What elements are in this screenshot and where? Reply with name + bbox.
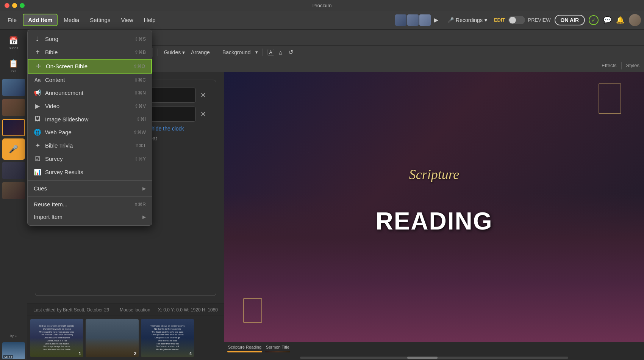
dd-item-cues[interactable]: Cues ▶: [28, 182, 152, 195]
dd-item-import[interactable]: Import Item ▶: [28, 211, 152, 223]
clear-title-button[interactable]: ✕: [198, 90, 208, 100]
dd-item-reuse[interactable]: Reuse Item... ⇧⌘R: [28, 198, 152, 211]
clear-subtitle-button[interactable]: ✕: [198, 109, 208, 119]
menu-settings[interactable]: Settings: [85, 14, 115, 25]
guides-button[interactable]: Guides ▾: [163, 49, 186, 56]
titlebar: Proclaim: [0, 0, 644, 11]
strip-num-2: 2: [134, 351, 136, 356]
music-note-icon: ♩: [34, 35, 41, 42]
countdown-link[interactable]: hide the clock: [152, 126, 184, 132]
sidebar-thumb-selected[interactable]: [2, 119, 25, 136]
close-button[interactable]: [5, 3, 9, 8]
sidebar-item-su2[interactable]: 📋 Su: [2, 55, 25, 77]
dd-item-song[interactable]: ♩ Song ⇧⌘S: [28, 32, 152, 46]
scrollbar-thumb[interactable]: [407, 357, 438, 359]
image-icon: 🖼: [34, 116, 41, 123]
dd-song-shortcut: ⇧⌘S: [134, 36, 146, 42]
strip-thumb-3[interactable]: That word above all earthly pow'rsNo tha…: [141, 319, 194, 357]
status-bar: Last edited by Brett Scott, October 29 M…: [27, 303, 224, 316]
dd-item-content[interactable]: Aa Content ⇧⌘C: [28, 74, 152, 86]
window-controls: [5, 3, 25, 8]
edit-preview-switch[interactable]: [508, 16, 525, 24]
dd-cues-arrow: ▶: [142, 186, 146, 191]
announcement-icon: 📢: [34, 89, 41, 96]
dd-item-webpage[interactable]: 🌐 Web Page ⇧⌘W: [28, 126, 152, 139]
text-align-icon-1[interactable]: A: [267, 49, 274, 56]
dd-image-slideshow-shortcut: ⇧⌘I: [136, 116, 146, 122]
dd-item-image-slideshow[interactable]: 🖼 Image Slideshow ⇧⌘I: [28, 113, 152, 126]
dd-item-announcement[interactable]: 📢 Announcement ⇧⌘N: [28, 86, 152, 99]
background-dropdown-icon: ▾: [255, 49, 258, 55]
card-wrapper-1: Scripture Reading Scripture READING: [227, 345, 262, 352]
arrange-button[interactable]: Arrange: [189, 49, 211, 56]
preview-label: PREVIEW: [528, 17, 551, 23]
edit-label: EDIT: [494, 17, 505, 23]
edit-preview-toggle: EDIT PREVIEW: [494, 16, 551, 24]
menubar: File Add Item Media Settings View Help ▶…: [0, 11, 644, 30]
bottom-scrollbar: [224, 355, 644, 360]
strip-num-1: 1: [79, 351, 81, 356]
menu-media[interactable]: Media: [59, 14, 84, 25]
dd-song-label: Song: [45, 36, 131, 42]
menu-add-item[interactable]: Add Item: [23, 14, 58, 26]
separator-7: [621, 62, 622, 69]
bible-icon: ✝: [34, 49, 41, 56]
strip-thumb-3-text: That word above all earthly pow'rsNo tha…: [141, 319, 194, 357]
text-align-icon-2[interactable]: △: [277, 49, 284, 55]
on-air-button[interactable]: ON AIR: [555, 15, 585, 25]
trivia-icon: ✦: [34, 142, 41, 149]
chat-icon[interactable]: 💬: [603, 16, 611, 24]
menu-view[interactable]: View: [116, 14, 138, 25]
dd-item-survey-results[interactable]: 📊 Survey Results: [28, 165, 152, 179]
status-check-icon: ✓: [589, 15, 599, 25]
play-button[interactable]: ▶: [431, 16, 441, 25]
card-wrapper-2: Sermon Title A Mighty Fortress IS OUR GO…: [265, 345, 290, 352]
strip-num-3: 4: [189, 351, 192, 356]
undo-icon[interactable]: ↺: [287, 48, 295, 56]
dd-announcement-shortcut: ⇧⌘N: [134, 90, 146, 96]
bell-icon[interactable]: 🔔: [616, 16, 624, 24]
right-panel: Scripture READING Scripture Reading Scri…: [224, 72, 644, 360]
sidebar-item-sunday[interactable]: 📅 Sunda: [2, 33, 25, 54]
dd-survey-results-label: Survey Results: [45, 169, 142, 175]
sidebar-thumb-5[interactable]: [2, 182, 25, 199]
scrollbar-track[interactable]: [300, 357, 568, 359]
effects-label[interactable]: Effects: [602, 63, 617, 68]
background-button[interactable]: Background: [221, 49, 252, 56]
sidebar-thumb-city[interactable]: ICITY F: [2, 342, 25, 359]
menu-file[interactable]: File: [3, 14, 21, 25]
sidebar-thumb-1[interactable]: [2, 79, 25, 96]
dd-item-video[interactable]: ▶ Video ⇧⌘V: [28, 99, 152, 113]
mic-icon: 🎤: [447, 17, 454, 23]
maximize-button[interactable]: [20, 3, 25, 8]
styles-label[interactable]: Styles: [626, 63, 639, 68]
menu-help[interactable]: Help: [139, 14, 160, 25]
dd-item-survey[interactable]: ☑ Survey ⇧⌘Y: [28, 152, 152, 165]
separator-1: [158, 49, 158, 56]
strip-thumb-1[interactable]: Did we in our own strength confideOur st…: [30, 319, 83, 357]
thumb-wrapper-2: 2: [86, 319, 139, 357]
dd-webpage-label: Web Page: [45, 129, 130, 135]
card-label-2: Sermon Title: [265, 345, 290, 349]
sidebar-item-mic[interactable]: 🎤: [2, 138, 25, 160]
minimize-button[interactable]: [12, 3, 17, 8]
sidebar-bottom-label: ity F: [2, 332, 25, 340]
preview-card-2[interactable]: A Mighty Fortress IS OUR GOD PSALM 90: [265, 351, 290, 352]
dd-webpage-shortcut: ⇧⌘W: [133, 130, 146, 135]
dd-item-onscreen-bible[interactable]: ✛ On-Screen Bible ⇧⌘O: [28, 59, 152, 74]
dd-item-bible[interactable]: ✝ Bible ⇧⌘B: [28, 46, 152, 59]
sidebar: 📅 Sunda 📋 Su 🎤 ity F ICITY F: [0, 30, 27, 360]
strip-thumb-2[interactable]: 2: [86, 319, 139, 357]
sidebar-thumb-4[interactable]: [2, 162, 25, 179]
avatar-group: ▶: [395, 14, 441, 26]
dd-content-label: Content: [45, 77, 130, 83]
status-right: Mouse location X: 0.0 Y: 0.0 W: 1920 H: …: [120, 307, 218, 313]
user-avatar[interactable]: [629, 14, 641, 26]
recordings-button[interactable]: 🎤 Recordings ▾: [444, 16, 490, 25]
card-label-1: Scripture Reading: [227, 345, 262, 349]
dd-content-shortcut: ⇧⌘C: [134, 77, 146, 83]
dd-survey-label: Survey: [45, 156, 131, 162]
dd-item-bible-trivia[interactable]: ✦ Bible Trivia ⇧⌘T: [28, 139, 152, 152]
sidebar-thumb-2[interactable]: [2, 99, 25, 116]
preview-card-1[interactable]: Scripture READING: [227, 351, 262, 352]
